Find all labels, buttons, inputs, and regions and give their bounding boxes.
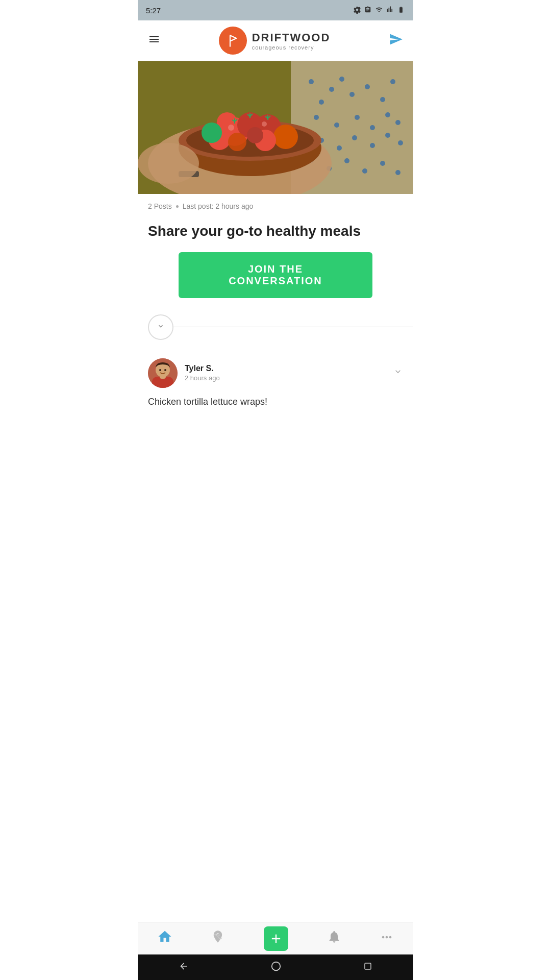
comment-section: Tyler S. 2 hours ago Chicken tortilla le… (138, 350, 413, 417)
svg-point-20 (352, 135, 357, 140)
svg-point-53 (159, 369, 161, 371)
svg-point-9 (365, 84, 370, 89)
svg-point-5 (329, 87, 334, 92)
collapse-chevron-icon (157, 322, 165, 332)
svg-point-14 (355, 115, 360, 120)
app-header: DRIFTWOOD courageous recovery (138, 20, 413, 61)
comment-header: Tyler S. 2 hours ago (148, 358, 403, 388)
svg-point-12 (314, 115, 319, 120)
svg-point-8 (349, 92, 355, 97)
join-conversation-button[interactable]: JOIN THE CONVERSATION (179, 252, 372, 298)
svg-point-27 (362, 168, 367, 174)
status-time: 5:27 (146, 6, 161, 15)
svg-point-41 (228, 133, 246, 151)
svg-point-13 (334, 122, 339, 128)
collapse-row (138, 314, 413, 350)
svg-point-7 (339, 77, 344, 82)
svg-point-21 (370, 143, 375, 148)
svg-point-0 (223, 32, 242, 50)
svg-point-47 (138, 143, 199, 184)
brand-name: DRIFTWOOD (252, 31, 331, 44)
comment-time: 2 hours ago (185, 374, 220, 382)
meta-separator (176, 205, 179, 208)
send-icon[interactable] (389, 32, 403, 50)
status-icons (353, 6, 405, 15)
status-bar: 5:27 (138, 0, 413, 20)
svg-point-37 (273, 125, 298, 149)
last-post-time: Last post: 2 hours ago (183, 202, 254, 210)
svg-point-17 (395, 120, 400, 125)
collapse-divider (173, 327, 413, 327)
logo-text-block: DRIFTWOOD courageous recovery (252, 31, 331, 51)
svg-point-15 (370, 125, 375, 130)
svg-point-23 (398, 140, 403, 145)
avatar (148, 358, 178, 388)
svg-point-16 (385, 112, 390, 117)
battery-icon (397, 6, 405, 15)
collapse-button[interactable] (148, 314, 173, 340)
post-meta: 2 Posts Last post: 2 hours ago (138, 194, 413, 214)
logo-circle (219, 27, 247, 55)
comment-username: Tyler S. (185, 364, 220, 373)
brand-tagline: courageous recovery (252, 44, 331, 51)
svg-point-11 (390, 79, 395, 84)
clipboard-icon (364, 6, 371, 15)
svg-point-45 (262, 121, 267, 127)
signal-icon (387, 6, 394, 15)
post-title: Share your go-to healthy meals (138, 214, 413, 252)
post-count: 2 Posts (148, 202, 172, 210)
svg-point-42 (247, 127, 263, 143)
comment-text: Chicken tortilla lettuce wraps! (148, 395, 403, 409)
svg-point-19 (337, 145, 342, 151)
hero-image (138, 61, 413, 194)
settings-icon (353, 6, 361, 15)
comment-user: Tyler S. 2 hours ago (148, 358, 220, 388)
hamburger-menu-icon[interactable] (148, 33, 160, 48)
svg-point-26 (344, 158, 349, 163)
comment-expand-icon[interactable] (393, 366, 403, 379)
wifi-icon (374, 6, 384, 15)
svg-point-54 (164, 369, 166, 371)
svg-point-4 (309, 79, 314, 84)
svg-point-22 (385, 133, 390, 138)
comment-user-info: Tyler S. 2 hours ago (185, 364, 220, 382)
svg-point-28 (380, 161, 385, 166)
svg-point-6 (319, 100, 324, 105)
svg-point-44 (228, 125, 234, 131)
svg-point-10 (380, 97, 385, 102)
logo-container: DRIFTWOOD courageous recovery (219, 27, 331, 55)
join-btn-container: JOIN THE CONVERSATION (138, 252, 413, 314)
svg-point-29 (395, 170, 400, 175)
